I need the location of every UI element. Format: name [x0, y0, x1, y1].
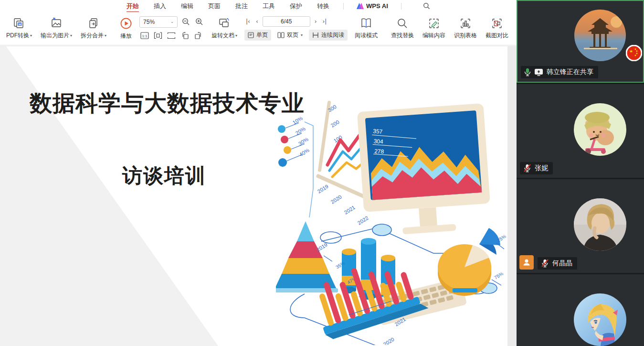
participant-name: 张妮: [535, 164, 548, 173]
mic-muted-icon: [523, 164, 531, 173]
participant-avatar: [574, 293, 626, 346]
menu-search-button[interactable]: [423, 2, 430, 10]
play-button[interactable]: 播放: [116, 12, 137, 45]
rotate-doc-icon: [218, 18, 231, 29]
participant-tile-4[interactable]: [517, 274, 644, 346]
legend-percent-list: 10% 20% 30% 40%: [278, 115, 313, 217]
participant-avatar: [574, 10, 626, 61]
svg-text:2022: 2022: [357, 215, 370, 226]
compress-button[interactable]: 压缩: [513, 12, 517, 45]
menu-tab-comment[interactable]: 批注: [234, 0, 249, 12]
svg-text:357: 357: [373, 128, 383, 135]
wps-ai-icon: [357, 3, 364, 10]
slide-title: 数据科学与大数据技术专业: [30, 88, 305, 119]
svg-text:1:1: 1:1: [142, 34, 148, 38]
menu-tab-home[interactable]: 开始: [126, 0, 140, 12]
svg-text:10%: 10%: [292, 115, 304, 126]
monitor-illustration: 357 304 278: [357, 103, 492, 237]
wps-ai-button[interactable]: WPS AI: [357, 2, 388, 10]
svg-text:2020: 2020: [382, 336, 395, 345]
prev-page-button[interactable]: ‹: [254, 18, 260, 25]
read-mode-button[interactable]: 阅读模式: [350, 12, 382, 45]
participant-avatar: [574, 103, 626, 156]
participant-name-bar: 韩立锋正在共享: [521, 66, 598, 78]
next-page-button[interactable]: ›: [313, 18, 318, 25]
edit-content-button[interactable]: 编辑内容: [418, 12, 450, 45]
table-recognize-icon: [460, 18, 471, 29]
mic-muted-icon: [541, 259, 549, 268]
svg-text:200: 200: [330, 119, 340, 129]
participant-name: 何晶晶: [552, 259, 572, 268]
participant-name: 韩立锋正在共享: [547, 68, 593, 76]
zoom-level-select[interactable]: 75%⌄: [139, 16, 178, 28]
rotate-doc-button[interactable]: 旋转文档▾: [207, 12, 242, 45]
svg-text:30%: 30%: [297, 136, 309, 147]
toolbar: W PDF转换▾ 输出为图片▾ 拆分合并▾: [0, 12, 517, 45]
pdf-convert-button[interactable]: W PDF转换▾: [2, 12, 36, 45]
split-merge-button[interactable]: 拆分合并▾: [76, 12, 111, 45]
participant-tile-hejingjing[interactable]: 何晶晶: [517, 179, 644, 273]
menu-tab-insert[interactable]: 插入: [153, 0, 167, 12]
svg-text:75%: 75%: [493, 271, 504, 281]
wps-pdf-window: 开始 插入 编辑 页面 批注 工具 保护 转换 WPS AI: [0, 0, 644, 346]
page-indicator-input[interactable]: 6/45: [263, 16, 310, 27]
find-replace-icon: [397, 18, 408, 29]
page-nav-controls: |‹ ‹ 6/45 › ›| 单页 双页▾: [242, 12, 350, 45]
export-image-icon: [50, 18, 63, 29]
menu-tab-page[interactable]: 页面: [207, 0, 222, 12]
slide-subtitle: 访谈培训: [122, 162, 206, 189]
svg-text:2019: 2019: [317, 184, 329, 195]
menubar: 开始 插入 编辑 页面 批注 工具 保护 转换 WPS AI: [0, 0, 517, 12]
screenshot-compare-icon: [491, 18, 503, 29]
actual-size-button[interactable]: 1:1: [139, 31, 150, 41]
svg-text:278: 278: [374, 148, 384, 155]
menu-tab-convert[interactable]: 转换: [316, 0, 330, 12]
single-page-toggle[interactable]: 单页: [244, 30, 271, 41]
mic-on-icon: [524, 68, 531, 76]
menu-separator: [343, 3, 344, 10]
rotate-left-button[interactable]: [179, 31, 190, 41]
document-pane: 开始 插入 编辑 页面 批注 工具 保护 转换 WPS AI: [0, 0, 517, 346]
fit-width-button[interactable]: [153, 31, 163, 41]
menu-tab-protect[interactable]: 保护: [289, 0, 303, 12]
svg-text:2019: 2019: [316, 242, 328, 253]
zoom-in-button[interactable]: [194, 17, 204, 27]
rotate-right-button[interactable]: [193, 31, 203, 41]
menu-separator: [401, 3, 401, 10]
continuous-read-toggle[interactable]: 连续阅读: [309, 30, 348, 41]
read-mode-icon: [360, 18, 372, 29]
double-page-toggle[interactable]: 双页▾: [274, 30, 306, 41]
play-icon: [120, 17, 132, 30]
fit-page-button[interactable]: [166, 31, 177, 41]
menu-tab-edit[interactable]: 编辑: [180, 0, 194, 12]
export-image-button[interactable]: 输出为图片▾: [36, 12, 76, 45]
svg-text:W: W: [19, 22, 21, 25]
svg-text:2020: 2020: [330, 194, 343, 205]
document-area[interactable]: 数据科学与大数据技术专业 访谈培训: [0, 46, 517, 346]
first-page-button[interactable]: |‹: [244, 18, 252, 25]
screenshot-compare-button[interactable]: 截图对比: [481, 12, 513, 45]
svg-text:20%: 20%: [295, 126, 306, 136]
meeting-sidebar: 韩立锋正在共享: [517, 0, 644, 346]
participant-name-bar: 张妮: [520, 162, 553, 174]
split-merge-icon: [87, 18, 100, 29]
edit-content-icon: [428, 18, 440, 29]
zoom-out-button[interactable]: [180, 17, 191, 27]
last-page-button[interactable]: ›|: [321, 18, 328, 25]
china-flag-badge: [626, 45, 642, 61]
svg-text:2021: 2021: [343, 205, 356, 216]
screen-share-icon: [534, 68, 543, 76]
participant-tile-hanlifeng[interactable]: 韩立锋正在共享: [517, 0, 644, 83]
data-charts-illustration: 10% 20% 30% 40% 300 200 100 2019: [276, 93, 506, 345]
svg-text:304: 304: [373, 138, 383, 145]
table-recognize-button[interactable]: 识别表格: [450, 12, 481, 45]
participant-name-bar: 何晶晶: [538, 257, 577, 270]
participant-tile-zhangni[interactable]: 张妮: [517, 84, 644, 178]
slide-page: 数据科学与大数据技术专业 访谈培训: [0, 46, 507, 346]
menu-tab-tools[interactable]: 工具: [262, 0, 276, 12]
participant-avatar: [574, 198, 626, 251]
pdf-convert-icon: W: [13, 18, 25, 29]
svg-text:40%: 40%: [298, 147, 310, 158]
person-icon: [522, 258, 531, 267]
find-replace-button[interactable]: 查找替换: [387, 12, 418, 45]
